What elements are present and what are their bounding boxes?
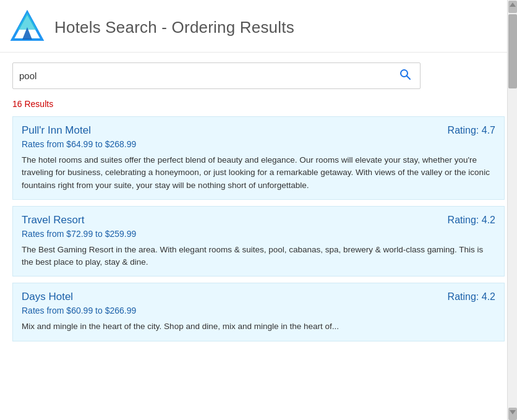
page-title: Hotels Search - Ordering Results	[54, 18, 294, 37]
results-list: Pull'r Inn Motel Rating: 4.7 Rates from …	[0, 116, 517, 348]
search-icon	[399, 68, 411, 80]
hotel-card-0: Pull'r Inn Motel Rating: 4.7 Rates from …	[12, 116, 505, 200]
app-logo-icon	[10, 10, 45, 45]
svg-marker-1	[17, 12, 37, 30]
hotel-rating-0: Rating: 4.7	[448, 125, 495, 136]
results-count: 16 Results	[0, 99, 517, 116]
hotel-rates-0: Rates from $64.99 to $268.99	[22, 139, 495, 149]
hotel-card-header-2: Days Hotel Rating: 4.2	[22, 291, 495, 303]
svg-line-4	[407, 76, 410, 79]
hotel-card-header-0: Pull'r Inn Motel Rating: 4.7	[22, 124, 495, 137]
scrollbar-down-arrow[interactable]	[508, 408, 517, 420]
svg-marker-6	[510, 410, 516, 414]
scrollbar-up-arrow[interactable]	[508, 1, 517, 13]
hotel-rates-2: Rates from $60.99 to $266.99	[22, 306, 495, 315]
search-button[interactable]	[396, 67, 414, 85]
svg-marker-5	[510, 2, 516, 7]
page-header: Hotels Search - Ordering Results	[0, 0, 517, 53]
scrollbar[interactable]	[507, 0, 517, 420]
hotel-rating-1: Rating: 4.2	[448, 215, 495, 226]
hotel-rates-1: Rates from $72.99 to $259.99	[22, 229, 495, 239]
hotel-description-1: The Best Gaming Resort in the area. With…	[22, 244, 495, 269]
hotel-name-2[interactable]: Days Hotel	[22, 291, 73, 303]
hotel-name-0[interactable]: Pull'r Inn Motel	[22, 124, 91, 137]
hotel-rating-2: Rating: 4.2	[448, 291, 495, 302]
hotel-card-header-1: Travel Resort Rating: 4.2	[22, 214, 495, 226]
hotel-card-1: Travel Resort Rating: 4.2 Rates from $72…	[12, 206, 505, 277]
hotel-name-1[interactable]: Travel Resort	[22, 214, 84, 226]
search-box	[12, 62, 421, 89]
hotel-description-0: The hotel rooms and suites offer the per…	[22, 154, 495, 192]
scrollbar-thumb[interactable]	[508, 14, 517, 88]
search-input[interactable]	[19, 71, 396, 81]
hotel-description-2: Mix and mingle in the heart of the city.…	[22, 320, 495, 333]
search-area	[0, 53, 517, 99]
hotel-card-2: Days Hotel Rating: 4.2 Rates from $60.99…	[12, 283, 505, 341]
